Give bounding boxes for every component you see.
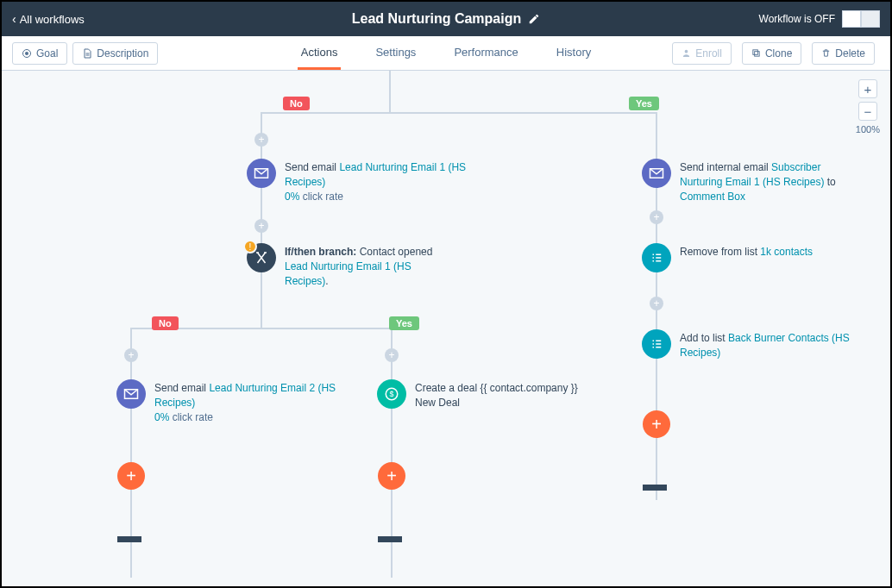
branch-no-badge: No [152,316,179,330]
list-icon [642,243,671,272]
node-remove-from-list[interactable]: Remove from list 1k contacts [642,243,813,272]
trash-icon [821,48,831,58]
svg-point-1 [25,52,28,55]
back-link[interactable]: ‹ All workflows [12,12,85,26]
node-send-internal-email[interactable]: Send internal email Subscriber Nurturing… [642,159,866,203]
tab-history[interactable]: History [553,37,594,70]
node-send-email-2[interactable]: Send email Lead Nurturing Email 2 (HS Re… [116,379,341,424]
svg-point-2 [685,50,688,53]
add-step-dot[interactable]: + [124,348,138,362]
add-action-button[interactable]: + [117,462,145,490]
add-step-dot[interactable]: + [385,348,399,362]
node-create-deal[interactable]: $ Create a deal {{ contact.company }} Ne… [377,379,601,410]
deal-icon: $ [377,379,406,409]
tab-actions[interactable]: Actions [298,37,342,70]
workflow-title[interactable]: Lead Nurturing Campaign [352,11,540,27]
sub-toolbar: Goal Description Actions Settings Perfor… [2,36,890,71]
description-button[interactable]: Description [72,42,158,65]
clone-button[interactable]: Clone [742,42,801,65]
svg-text:$: $ [389,390,393,398]
zoom-out-button[interactable]: − [858,102,877,121]
add-step-dot[interactable]: + [254,133,268,147]
chevron-left-icon: ‹ [12,12,16,26]
top-navbar: ‹ All workflows Lead Nurturing Campaign … [2,2,890,36]
node-send-email-1[interactable]: Send email Lead Nurturing Email 1 (HS Re… [247,159,471,203]
add-action-button[interactable]: + [643,410,670,438]
node-add-to-list[interactable]: Add to list Back Burner Contacts (HS Rec… [642,329,866,360]
edit-icon [528,13,540,25]
branch-yes-badge: Yes [389,316,419,330]
enroll-button[interactable]: Enroll [672,42,732,65]
goal-button[interactable]: Goal [12,42,67,65]
title-text: Lead Nurturing Campaign [352,11,521,27]
branch-no-badge: No [283,97,310,110]
svg-rect-3 [755,52,760,56]
connector-line [261,112,657,114]
target-icon [22,48,32,59]
mail-icon [642,159,671,188]
clone-icon [751,48,761,58]
branch-yes-badge: Yes [629,97,659,110]
back-label: All workflows [20,13,85,26]
workflow-canvas[interactable]: + − 100% No Yes No Yes + + + + + + [2,71,890,586]
tab-performance[interactable]: Performance [450,37,521,70]
mail-icon [247,159,276,188]
tab-settings[interactable]: Settings [372,37,419,70]
workflow-toggle[interactable] [842,10,880,28]
warning-icon: ! [243,240,257,253]
zoom-in-button[interactable]: + [858,79,877,98]
document-icon [82,48,92,59]
delete-button[interactable]: Delete [812,42,875,65]
add-action-button[interactable]: + [378,462,405,490]
add-step-dot[interactable]: + [650,297,663,310]
zoom-level: 100% [856,124,880,134]
connector-line [389,71,391,113]
user-icon [682,48,691,58]
node-if-then-branch[interactable]: ! If/then branch: Contact opened Lead Nu… [247,243,457,288]
list-icon [642,329,671,359]
add-step-dot[interactable]: + [254,219,268,233]
mail-icon [116,379,146,409]
svg-rect-4 [753,50,758,55]
add-step-dot[interactable]: + [650,210,663,224]
workflow-status-label: Workflow is OFF [759,13,835,25]
